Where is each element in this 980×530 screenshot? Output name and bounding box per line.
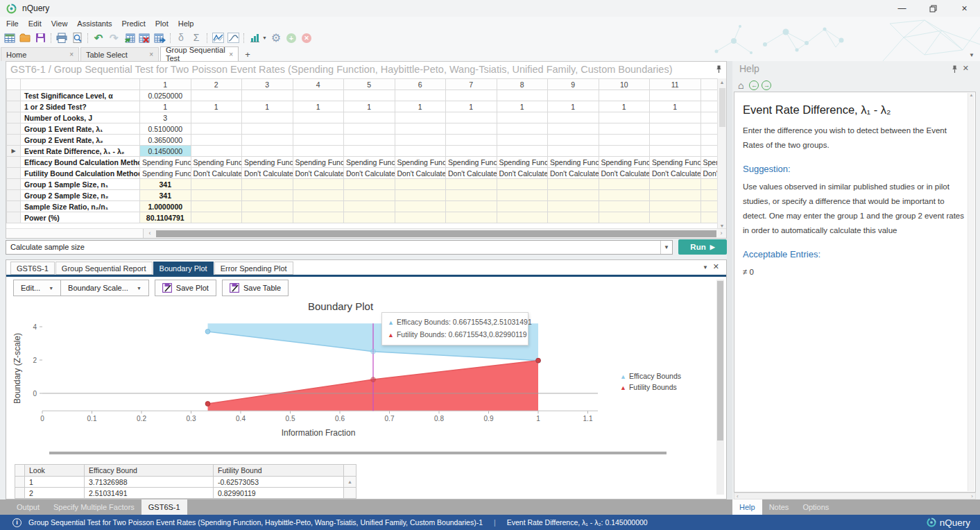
parameter-cell[interactable] — [446, 90, 497, 101]
scroll-right-icon[interactable]: › — [971, 494, 973, 499]
parameter-cell[interactable] — [191, 190, 242, 201]
parameter-cell[interactable] — [599, 201, 650, 212]
parameter-cell[interactable] — [242, 90, 293, 101]
scroll-left-icon[interactable]: ‹ — [145, 229, 155, 238]
menu-view[interactable]: View — [46, 19, 73, 28]
parameter-cell[interactable] — [446, 146, 497, 157]
parameter-cell[interactable] — [344, 146, 395, 157]
parameter-cell[interactable] — [293, 123, 344, 135]
menu-file[interactable]: File — [1, 19, 24, 28]
restore-button[interactable] — [918, 0, 949, 17]
parameter-cell[interactable]: Don't Calculate — [344, 168, 395, 179]
parameter-cell[interactable] — [293, 190, 344, 201]
parameter-cell[interactable] — [191, 179, 242, 190]
scroll-thumb[interactable] — [719, 88, 725, 127]
chevron-down-icon[interactable]: ▼ — [262, 35, 267, 40]
grid-vertical-scrollbar[interactable]: ▲ ▼ — [717, 78, 726, 230]
parameter-cell[interactable] — [548, 201, 599, 212]
parameter-cell[interactable] — [548, 123, 599, 135]
parameter-cell[interactable] — [395, 90, 446, 101]
parameter-cell[interactable]: 341 — [140, 190, 191, 201]
parameter-cell[interactable] — [191, 135, 242, 146]
parameter-cell[interactable] — [344, 190, 395, 201]
parameter-cell[interactable] — [599, 212, 650, 223]
parameter-cell[interactable] — [191, 146, 242, 157]
menu-assistants[interactable]: Assistants — [72, 19, 117, 28]
row-selector[interactable] — [7, 90, 21, 101]
add-icon[interactable]: + — [284, 32, 298, 44]
parameter-cell[interactable] — [191, 212, 242, 223]
parameter-cell[interactable]: Spending Func... — [140, 168, 191, 179]
parameter-cell[interactable] — [293, 112, 344, 123]
parameter-cell[interactable] — [446, 135, 497, 146]
parameter-cell[interactable] — [497, 90, 548, 101]
parameter-cell[interactable] — [548, 179, 599, 190]
parameter-cell[interactable] — [650, 90, 701, 101]
parameter-cell[interactable] — [242, 112, 293, 123]
tab-close-icon[interactable]: × — [69, 51, 74, 58]
bottom-tab-specify-multiple-factors[interactable]: Specify Multiple Factors — [46, 499, 141, 515]
parameter-cell[interactable] — [344, 179, 395, 190]
tab-list-dropdown-icon[interactable]: ▼ — [969, 52, 974, 58]
parameter-cell[interactable] — [548, 135, 599, 146]
settings-gear-icon[interactable]: ⚙ — [269, 32, 283, 44]
parameter-cell[interactable] — [700, 90, 718, 101]
parameter-cell[interactable] — [497, 112, 548, 123]
parameter-cell[interactable] — [242, 123, 293, 135]
parameter-cell[interactable] — [700, 146, 718, 157]
parameter-cell[interactable] — [700, 112, 718, 123]
parameter-cell[interactable]: Don't Calculate — [700, 168, 718, 179]
doc-tab-table-select[interactable]: Table Select× — [80, 47, 159, 61]
parameter-cell[interactable] — [242, 146, 293, 157]
parameter-cell[interactable] — [599, 135, 650, 146]
chevron-down-icon[interactable]: ▼ — [660, 241, 672, 254]
parameter-cell[interactable] — [242, 190, 293, 201]
parameter-cell[interactable] — [344, 212, 395, 223]
parameter-cell[interactable]: Don't Calculate — [650, 168, 701, 179]
scroll-left-icon[interactable]: ‹ — [737, 494, 739, 499]
parameter-cell[interactable] — [293, 179, 344, 190]
stop-icon[interactable]: ✕ — [300, 32, 313, 44]
parameter-cell[interactable] — [599, 146, 650, 157]
save-icon[interactable] — [33, 32, 47, 44]
row-selector[interactable] — [7, 179, 21, 190]
parameter-cell[interactable] — [497, 201, 548, 212]
output-vertical-scrollbar[interactable] — [716, 280, 724, 495]
pin-icon[interactable] — [716, 65, 722, 75]
parameter-cell[interactable] — [293, 212, 344, 223]
parameter-cell[interactable]: Don't Calculate — [548, 168, 599, 179]
doc-tab-home[interactable]: Home× — [1, 47, 79, 61]
parameter-cell[interactable]: Spending Func... — [395, 157, 446, 168]
output-tab-boundary-plot[interactable]: Boundary Plot — [153, 262, 214, 275]
calculation-mode-select[interactable]: Calculate sample size ▼ — [6, 240, 673, 255]
parameter-cell[interactable] — [446, 179, 497, 190]
parameter-cell[interactable]: Spending Func... — [446, 157, 497, 168]
forward-icon[interactable]: → — [762, 80, 771, 90]
parameter-cell[interactable] — [293, 146, 344, 157]
parameter-cell[interactable] — [650, 112, 701, 123]
parameter-cell[interactable] — [650, 135, 701, 146]
parameter-cell[interactable]: 1 — [344, 101, 395, 112]
parameter-cell[interactable]: Don't Calculate — [497, 168, 548, 179]
parameter-cell[interactable] — [548, 146, 599, 157]
parameter-cell[interactable] — [650, 201, 701, 212]
parameter-cell[interactable] — [497, 135, 548, 146]
parameter-cell[interactable] — [650, 190, 701, 201]
parameter-cell[interactable]: 341 — [140, 179, 191, 190]
tab-close-icon[interactable]: × — [229, 51, 233, 58]
home-icon[interactable]: ⌂ — [738, 80, 743, 90]
parameter-cell[interactable] — [599, 90, 650, 101]
parameter-cell[interactable] — [700, 190, 718, 201]
parameter-cell[interactable] — [446, 212, 497, 223]
parameter-cell[interactable] — [497, 212, 548, 223]
parameter-cell[interactable] — [293, 135, 344, 146]
boundary-scale-button[interactable]: Boundary Scale...▼ — [60, 280, 149, 296]
panel-splitter[interactable] — [727, 61, 732, 499]
parameter-cell[interactable]: Don't Calculate — [599, 168, 650, 179]
parameter-cell[interactable] — [395, 179, 446, 190]
sigma-icon[interactable]: Σ — [189, 32, 203, 44]
parameter-cell[interactable] — [700, 135, 718, 146]
parameter-cell[interactable] — [344, 201, 395, 212]
parameter-cell[interactable] — [446, 201, 497, 212]
parameter-cell[interactable] — [191, 201, 242, 212]
